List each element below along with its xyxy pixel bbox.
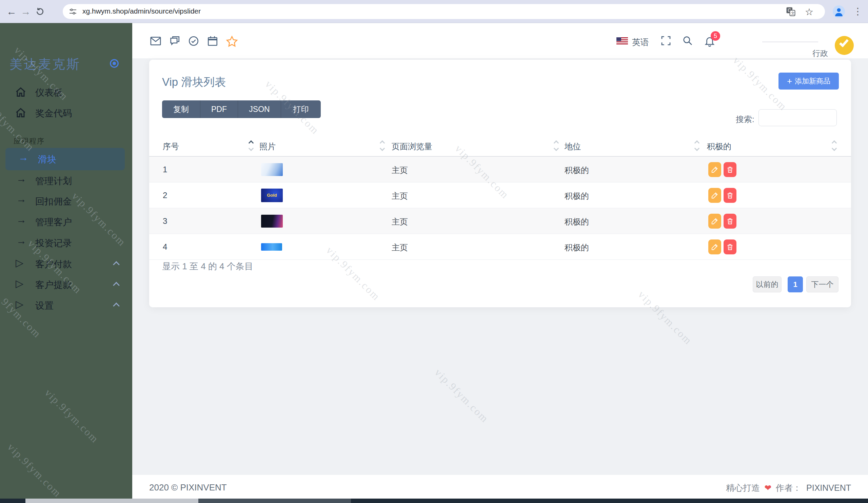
table-row: 4 主页 积极的 xyxy=(149,234,851,260)
home-icon xyxy=(15,86,27,99)
photo-thumbnail[interactable]: Gold xyxy=(261,188,283,202)
browser-back-icon[interactable]: ← xyxy=(5,5,18,18)
row-pageview: 主页 xyxy=(392,165,408,176)
us-flag-icon[interactable] xyxy=(617,37,628,45)
browser-reload-icon[interactable] xyxy=(33,5,47,18)
delete-button[interactable] xyxy=(724,239,736,254)
delete-button[interactable] xyxy=(724,162,736,177)
add-new-item-button[interactable]: +添加新商品 xyxy=(778,73,839,90)
edit-button[interactable] xyxy=(708,162,721,177)
language-selector[interactable]: 英语 xyxy=(632,37,649,48)
col-header-pageviews[interactable]: 页面浏览量 xyxy=(392,141,432,152)
sidebar-item-slider-active[interactable]: → 滑块 xyxy=(6,148,125,170)
table-search-input[interactable] xyxy=(758,109,837,126)
sidebar-item-settings[interactable]: ▷ 设置 xyxy=(0,295,132,315)
search-icon[interactable] xyxy=(682,35,694,47)
page-title: Vip 滑块列表 xyxy=(162,75,226,90)
footer-made-text: 精心打造 xyxy=(726,483,760,492)
favorite-star-icon[interactable] xyxy=(226,35,237,47)
footer-author-label: 作者： xyxy=(776,483,801,492)
sort-icons[interactable] xyxy=(249,141,255,153)
copy-button[interactable]: 复制 xyxy=(162,100,200,118)
sidebar-item-investment-records[interactable]: → 投资记录 xyxy=(0,233,132,253)
col-header-photo[interactable]: 照片 xyxy=(259,141,276,152)
sidebar-item-manage-customers[interactable]: → 管理客户 xyxy=(0,212,132,232)
row-index: 4 xyxy=(163,242,167,252)
edit-button[interactable] xyxy=(708,214,721,229)
browser-profile-avatar[interactable] xyxy=(833,6,845,18)
sidebar-toggle-icon[interactable] xyxy=(109,58,119,70)
app-logo[interactable]: 美达麦克斯 xyxy=(10,55,81,73)
row-pageview: 主页 xyxy=(392,216,408,227)
notification-badge: 5 xyxy=(711,31,720,41)
sort-icons[interactable] xyxy=(695,141,701,153)
sort-icons[interactable] xyxy=(380,141,386,153)
heart-icon: ❤ xyxy=(764,483,771,492)
calendar-icon[interactable] xyxy=(207,35,218,47)
pdf-button[interactable]: PDF xyxy=(200,100,238,118)
col-header-active[interactable]: 积极的 xyxy=(707,141,731,152)
mail-icon[interactable] xyxy=(150,35,162,47)
arrow-right-icon: → xyxy=(16,173,27,185)
sidebar-item-customer-payments[interactable]: ▷ 客户付款 xyxy=(0,254,132,274)
row-index: 3 xyxy=(163,216,167,226)
row-status: 积极的 xyxy=(565,216,589,227)
site-settings-icon[interactable] xyxy=(69,8,77,17)
photo-thumbnail[interactable] xyxy=(261,163,283,176)
arrow-right-icon: → xyxy=(16,214,27,226)
sidebar-item-label: 奖金代码 xyxy=(35,107,72,120)
pagination-page-1[interactable]: 1 xyxy=(788,276,803,292)
arrow-right-icon: → xyxy=(16,235,27,247)
vip-slider-card: Vip 滑块列表 复制 PDF JSON 打印 +添加新商品 搜索: 序号 照片… xyxy=(149,60,851,307)
sort-icons[interactable] xyxy=(554,141,560,153)
url-text[interactable]: xg.hwym.shop/admin/source/vipslider xyxy=(82,7,201,15)
sidebar-item-label: 客户提款 xyxy=(35,279,72,291)
sidebar-item-label: 设置 xyxy=(35,299,54,312)
browser-address-bar[interactable]: xg.hwym.shop/admin/source/vipslider G文 ☆ xyxy=(63,4,825,19)
edit-button[interactable] xyxy=(708,239,721,254)
arrow-right-icon: → xyxy=(18,152,29,163)
json-button[interactable]: JSON xyxy=(238,100,281,118)
fullscreen-icon[interactable] xyxy=(661,35,672,47)
chevron-up-icon xyxy=(113,282,120,289)
row-index: 1 xyxy=(163,165,167,174)
col-header-index[interactable]: 序号 xyxy=(163,141,179,152)
sidebar-item-customer-withdrawals[interactable]: ▷ 客户提款 xyxy=(0,275,132,295)
watermark: vip.9fym.com xyxy=(432,366,491,425)
footer-author-brand[interactable]: PIXINVENT xyxy=(806,483,851,492)
pagination-next-button[interactable]: 下一个 xyxy=(806,276,838,292)
table-row: 2 Gold 主页 积极的 xyxy=(149,183,851,208)
sidebar: 美达麦克斯 仪表板 奖金代码 应用程序 → 滑块 → 管理计划 → 回扣佣金 →… xyxy=(0,23,132,499)
browser-menu-icon[interactable]: ⋮ xyxy=(853,5,862,18)
delete-button[interactable] xyxy=(724,188,736,203)
sidebar-item-bonus-code[interactable]: 奖金代码 xyxy=(0,103,132,123)
sidebar-section-apps: 应用程序 xyxy=(13,136,45,146)
delete-button[interactable] xyxy=(724,214,736,229)
photo-thumbnail[interactable] xyxy=(261,243,282,251)
edit-button[interactable] xyxy=(708,188,721,203)
check-circle-icon[interactable] xyxy=(188,35,199,47)
sidebar-item-label: 回扣佣金 xyxy=(35,195,72,208)
col-header-status[interactable]: 地位 xyxy=(565,141,581,152)
photo-thumbnail[interactable] xyxy=(261,215,283,228)
table-row: 3 主页 积极的 xyxy=(149,208,851,234)
chat-icon[interactable] xyxy=(169,35,180,47)
search-label: 搜索: xyxy=(736,114,754,125)
add-new-item-label: 添加新商品 xyxy=(795,77,830,85)
sort-icons[interactable] xyxy=(833,141,838,153)
chevron-up-icon xyxy=(113,261,120,268)
print-button[interactable]: 打印 xyxy=(281,100,321,118)
sidebar-item-dashboard[interactable]: 仪表板 xyxy=(0,82,132,102)
arrow-right-icon: → xyxy=(16,193,27,205)
row-status: 积极的 xyxy=(565,242,589,253)
triangle-icon: ▷ xyxy=(16,298,23,310)
bookmark-star-icon[interactable]: ☆ xyxy=(805,7,814,18)
translate-icon[interactable]: G文 xyxy=(786,7,796,18)
sidebar-item-manage-plans[interactable]: → 管理计划 xyxy=(0,171,132,191)
browser-forward-icon[interactable]: → xyxy=(19,5,32,18)
user-avatar[interactable] xyxy=(835,36,854,55)
sidebar-item-rebate-commission[interactable]: → 回扣佣金 xyxy=(0,191,132,211)
pagination-previous-button[interactable]: 以前的 xyxy=(753,276,782,292)
row-pageview: 主页 xyxy=(392,191,408,202)
plus-icon: + xyxy=(787,76,792,86)
